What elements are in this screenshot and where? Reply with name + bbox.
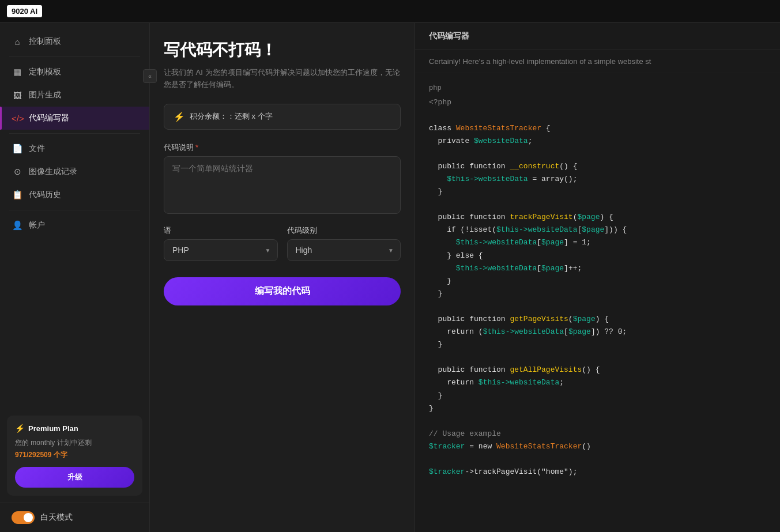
dashboard-icon: ⌂ [12,37,23,47]
nav-divider-3 [9,210,140,210]
page-desc: 让我们的 AI 为您的项目编写代码并解决问题以加快您的工作速度，无论您是否了解任… [164,67,401,91]
templates-icon: ▦ [12,67,23,77]
sidebar-collapse-button[interactable]: « [143,69,157,83]
sidebar-item-label: 帐户 [29,220,45,231]
generate-button[interactable]: 编写我的代码 [164,277,401,305]
sidebar: « ⌂ 控制面板 ▦ 定制模板 🖼 图片生成 </> 代码编写器 [0,23,150,532]
active-bar [0,107,2,130]
sidebar-item-label: 控制面板 [29,36,61,47]
sidebar-item-templates[interactable]: ▦ 定制模板 [0,61,149,84]
code-line: $tracker = new WebsiteStatsTracker() [429,440,766,453]
code-line: } [429,402,766,415]
code-line [429,109,766,122]
code-line: } [429,338,766,351]
sidebar-nav: ⌂ 控制面板 ▦ 定制模板 🖼 图片生成 </> 代码编写器 📄 文件 [0,23,149,409]
code-line: return ($this->websiteData[$page]) ?? 0; [429,326,766,338]
premium-title: ⚡ Premium Plan [15,424,134,433]
page-title: 写代码不打码！ [164,39,401,61]
credits-flash-icon: ⚡ [174,111,185,122]
sidebar-item-label: 文件 [29,144,45,154]
code-line [429,148,766,160]
image-history-icon: ⊙ [12,167,23,177]
code-line [429,198,766,211]
code-line: class WebsiteStatsTracker { [429,122,766,135]
code-line: private $websiteData; [429,135,766,148]
sidebar-item-dashboard[interactable]: ⌂ 控制面板 [0,30,149,53]
credits-text: 积分余额：：还剩 x 个字 [190,111,273,122]
app-title: 9020 AI [7,5,42,17]
sidebar-item-label: 代码历史 [29,190,61,200]
code-line: public function getPageVisits($page) { [429,313,766,326]
sidebar-item-image-gen[interactable]: 🖼 图片生成 [0,84,149,107]
nav-divider-2 [9,133,140,134]
sidebar-footer: 白天模式 [0,503,149,532]
sidebar-item-account[interactable]: 👤 帐户 [0,214,149,237]
code-area[interactable]: php <?php class WebsiteStatsTracker { pr… [415,73,780,532]
code-line: $this->websiteData = array(); [429,173,766,186]
level-label: 代码级别 [287,225,401,236]
dark-mode-toggle[interactable] [12,511,35,524]
code-line: } [429,186,766,198]
code-line: } [429,288,766,300]
premium-desc: 您的 monthly 计划中还剩 [15,437,134,448]
credits-bar: ⚡ 积分余额：：还剩 x 个字 [164,104,401,130]
code-line: } [429,275,766,288]
code-line: <?php [429,96,766,109]
editor-header: 代码编写器 [415,23,780,50]
right-panel: 代码编写器 Certainly! Here's a high-level imp… [415,23,780,532]
center-panel: 写代码不打码！ 让我们的 AI 为您的项目编写代码并解决问题以加快您的工作速度，… [150,23,415,532]
dark-mode-label: 白天模式 [40,512,73,523]
nav-divider-1 [9,56,140,57]
sidebar-item-code-editor[interactable]: </> 代码编写器 [0,107,149,130]
account-icon: 👤 [12,220,23,231]
code-line [429,351,766,364]
sidebar-item-label: 图片生成 [29,90,61,100]
code-line: } else { [429,250,766,262]
code-line: $this->websiteData[$page]++; [429,262,766,275]
sidebar-item-label: 代码编写器 [29,113,69,123]
code-line: $tracker->trackPageVisit("home"); [429,466,766,478]
level-select-wrapper: Low Medium High ▼ [287,239,401,261]
code-line [429,300,766,313]
lang-group: 语 PHP JavaScript Python Java C++ Go Ruby… [164,225,278,261]
lang-badge: php [429,82,766,94]
code-line: public function __construct() { [429,160,766,173]
required-marker: * [195,143,198,152]
lang-select[interactable]: PHP JavaScript Python Java C++ Go Ruby [164,239,278,261]
code-line: public function getAllPageVisits() { [429,364,766,376]
code-lines-container: <?php class WebsiteStatsTracker { privat… [429,96,766,478]
code-desc-textarea[interactable] [164,156,401,214]
code-line: // Usage example [429,428,766,440]
code-line: if (!isset($this->websiteData[$page])) { [429,224,766,236]
sidebar-item-label: 定制模板 [29,67,61,77]
toggle-knob [24,513,33,522]
code-line: return $this->websiteData; [429,376,766,389]
flash-icon: ⚡ [15,424,25,433]
sidebar-item-code-history[interactable]: 📋 代码历史 [0,183,149,206]
sidebar-item-image-history[interactable]: ⊙ 图像生成记录 [0,160,149,183]
image-gen-icon: 🖼 [12,90,23,100]
code-editor-icon: </> [12,114,23,123]
code-line: } [429,390,766,402]
lang-label: 语 [164,225,278,236]
code-line: public function trackPageVisit($page) { [429,211,766,224]
upgrade-button[interactable]: 升级 [15,467,134,488]
main-layout: « ⌂ 控制面板 ▦ 定制模板 🖼 图片生成 </> 代码编写器 [0,23,780,532]
code-line [429,415,766,428]
sidebar-item-files[interactable]: 📄 文件 [0,137,149,160]
level-select[interactable]: Low Medium High [287,239,401,261]
editor-intro: Certainly! Here's a high-level implement… [415,50,780,73]
sidebar-item-label: 图像生成记录 [29,167,77,177]
code-history-icon: 📋 [12,190,23,200]
premium-box: ⚡ Premium Plan 您的 monthly 计划中还剩 971/2925… [7,416,142,496]
level-group: 代码级别 Low Medium High ▼ [287,225,401,261]
lang-select-wrapper: PHP JavaScript Python Java C++ Go Ruby ▼ [164,239,278,261]
premium-count: 971/292509 个字 [15,450,134,460]
topbar: 9020 AI [0,0,780,23]
code-desc-label: 代码说明 * [164,142,401,153]
code-line [429,453,766,466]
files-icon: 📄 [12,144,23,154]
form-row: 语 PHP JavaScript Python Java C++ Go Ruby… [164,225,401,261]
code-line: $this->websiteData[$page] = 1; [429,236,766,249]
